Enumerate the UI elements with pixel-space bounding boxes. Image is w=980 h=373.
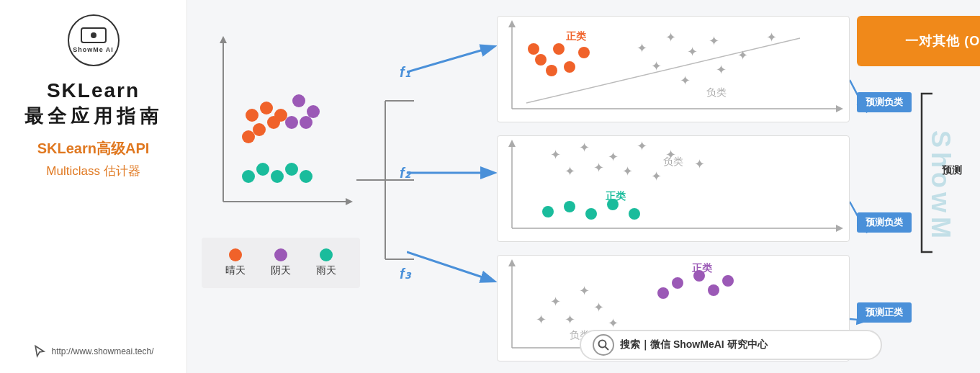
- svg-point-88: [722, 275, 734, 287]
- svg-text:✦: ✦: [608, 316, 619, 331]
- svg-text:✦: ✦: [593, 300, 604, 315]
- svg-point-40: [546, 65, 557, 76]
- url-area[interactable]: http://www.showmeai.tech/: [32, 344, 153, 359]
- svg-point-9: [274, 109, 287, 122]
- svg-marker-3: [220, 36, 227, 43]
- f2-arrow: [407, 162, 500, 184]
- svg-text:✦: ✦: [608, 150, 619, 164]
- panel-arrows-svg: [850, 11, 871, 371]
- sidebar: ShowMe AI SKLearn 最全应用指南 SKLearn高级API Mu…: [0, 0, 187, 373]
- svg-text:✦: ✦: [665, 30, 676, 45]
- subtitle-api: SKLearn高级API: [37, 139, 150, 158]
- legend-label-rainy: 雨天: [316, 264, 336, 277]
- legend-area: 晴天 阴天 雨天: [202, 238, 360, 288]
- legend-item-rainy: 雨天: [316, 248, 336, 277]
- legend-label-cloudy: 阴天: [271, 264, 291, 277]
- svg-point-39: [578, 47, 590, 58]
- svg-text:正类: 正类: [606, 190, 626, 202]
- cursor-icon: [32, 344, 47, 359]
- svg-text:✦: ✦: [637, 139, 647, 153]
- svg-text:✦: ✦: [637, 41, 647, 55]
- svg-text:负类: 负类: [706, 86, 727, 98]
- svg-point-67: [564, 201, 575, 212]
- f3-arrow: [407, 248, 500, 284]
- title-sklearn: SKLearn: [47, 79, 140, 102]
- legend-dot-purple: [274, 248, 287, 261]
- svg-marker-54: [836, 225, 843, 232]
- legend-label-sunny: 晴天: [225, 264, 246, 277]
- svg-text:正类: 正类: [692, 262, 713, 274]
- svg-point-5: [260, 102, 273, 114]
- title-guide: 最全应用指南: [24, 104, 163, 129]
- panel-mid-svg: ✦ ✦ ✦ ✦ ✦ ✦ ✦ ✦ ✦ ✦ 负类 正类: [498, 136, 850, 242]
- svg-text:✦: ✦: [622, 164, 633, 179]
- panel-top-svg: ✦ ✦ ✦ ✦ ✦ ✦ ✦ ✦ ✦ 正类 负类: [498, 17, 850, 122]
- search-bar[interactable]: 搜索｜微信 ShowMeAI 研究中心: [580, 330, 882, 360]
- svg-marker-1: [346, 198, 353, 205]
- panel-mid: ✦ ✦ ✦ ✦ ✦ ✦ ✦ ✦ ✦ ✦ 负类 正类: [497, 135, 850, 242]
- svg-marker-56: [508, 140, 516, 147]
- svg-point-38: [564, 61, 575, 73]
- svg-point-84: [672, 277, 683, 289]
- svg-point-86: [708, 284, 719, 296]
- svg-marker-32: [836, 105, 843, 112]
- logo-brand-label: ShowMe AI: [73, 46, 114, 53]
- svg-point-71: [629, 208, 640, 220]
- search-icon: [593, 334, 614, 356]
- svg-text:✦: ✦: [593, 161, 604, 175]
- panel-top: ✦ ✦ ✦ ✦ ✦ ✦ ✦ ✦ ✦ 正类 负类: [497, 16, 850, 122]
- svg-marker-34: [508, 20, 516, 27]
- svg-text:✦: ✦: [687, 45, 698, 59]
- svg-line-92: [850, 80, 866, 110]
- svg-text:✦: ✦: [565, 313, 575, 327]
- legend-dot-teal: [320, 248, 333, 261]
- svg-point-37: [553, 43, 565, 55]
- svg-text:✦: ✦: [694, 157, 705, 171]
- scatter-area: [202, 29, 360, 230]
- svg-line-26: [407, 47, 493, 72]
- watermark-text: ShowM: [925, 130, 956, 243]
- svg-text:✦: ✦: [536, 313, 547, 327]
- svg-point-8: [242, 130, 255, 143]
- svg-text:✦: ✦: [550, 148, 561, 162]
- svg-text:✦: ✦: [651, 169, 662, 184]
- svg-point-15: [271, 170, 284, 183]
- svg-marker-77: [508, 259, 516, 266]
- svg-point-18: [300, 170, 313, 183]
- logo-icon: [81, 27, 107, 43]
- svg-point-4: [246, 109, 259, 122]
- search-bar-text: 搜索｜微信 ShowMeAI 研究中心: [620, 338, 768, 351]
- svg-point-87: [657, 287, 669, 299]
- watermark-strip: ShowM: [901, 0, 980, 373]
- logo-area: ShowMe AI: [68, 14, 120, 66]
- f1-arrow: [407, 43, 500, 79]
- svg-text:✦: ✦: [716, 63, 727, 77]
- svg-text:负类: 负类: [663, 156, 683, 167]
- svg-point-36: [535, 54, 547, 66]
- legend-item-cloudy: 阴天: [271, 248, 291, 277]
- main-content: 晴天 阴天 雨天 f₁ f₂: [187, 0, 980, 373]
- svg-point-70: [542, 206, 554, 217]
- svg-point-12: [300, 116, 313, 129]
- svg-point-13: [285, 116, 298, 129]
- svg-line-94: [850, 319, 866, 320]
- svg-text:正类: 正类: [566, 30, 587, 42]
- url-text: http://www.showmeai.tech/: [51, 346, 153, 356]
- svg-point-14: [256, 163, 269, 176]
- svg-text:✦: ✦: [737, 48, 748, 63]
- svg-point-68: [585, 208, 597, 220]
- svg-point-11: [307, 105, 320, 118]
- subtitle-multi: Multiclass 估计器: [46, 163, 140, 179]
- svg-line-30: [407, 252, 493, 281]
- svg-point-95: [599, 341, 606, 348]
- svg-text:✦: ✦: [550, 295, 561, 309]
- svg-point-16: [285, 163, 298, 176]
- svg-text:✦: ✦: [579, 284, 590, 298]
- svg-point-41: [528, 43, 539, 55]
- svg-line-96: [606, 347, 609, 351]
- legend-dot-orange: [229, 248, 242, 261]
- svg-text:✦: ✦: [680, 73, 691, 88]
- svg-text:✦: ✦: [565, 164, 575, 179]
- legend-item-sunny: 晴天: [225, 248, 246, 277]
- svg-line-93: [850, 202, 866, 230]
